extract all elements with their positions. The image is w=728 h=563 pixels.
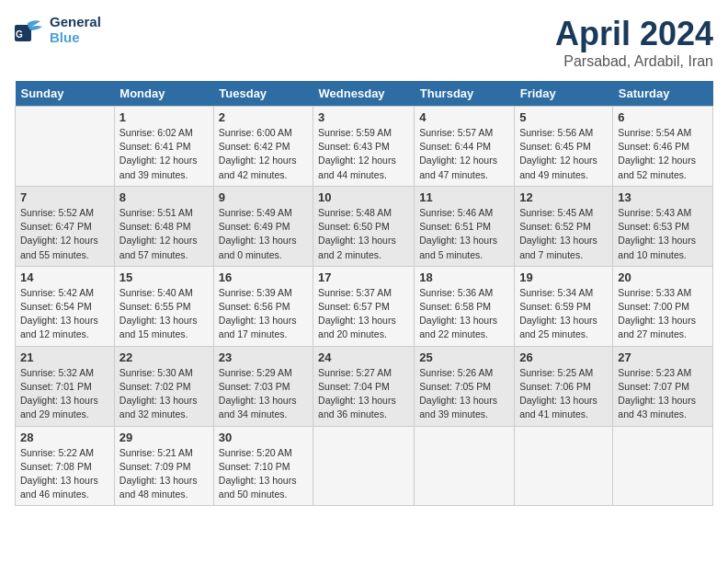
day-number: 7 xyxy=(20,190,109,204)
calendar-cell: 1Sunrise: 6:02 AM Sunset: 6:41 PM Daylig… xyxy=(114,107,213,187)
day-info: Sunrise: 5:36 AM Sunset: 6:58 PM Dayligh… xyxy=(419,286,509,342)
logo-text-top: General xyxy=(50,15,101,30)
weekday-header: Thursday xyxy=(415,81,515,107)
day-info: Sunrise: 5:32 AM Sunset: 7:01 PM Dayligh… xyxy=(20,366,109,422)
day-info: Sunrise: 5:33 AM Sunset: 7:00 PM Dayligh… xyxy=(618,286,708,342)
calendar-cell xyxy=(613,426,713,506)
day-number: 11 xyxy=(419,190,509,204)
day-info: Sunrise: 5:30 AM Sunset: 7:02 PM Dayligh… xyxy=(119,366,209,422)
logo: G General Blue xyxy=(15,15,101,45)
day-info: Sunrise: 5:57 AM Sunset: 6:44 PM Dayligh… xyxy=(419,126,509,182)
day-info: Sunrise: 5:22 AM Sunset: 7:08 PM Dayligh… xyxy=(20,446,109,502)
day-info: Sunrise: 5:21 AM Sunset: 7:09 PM Dayligh… xyxy=(119,446,209,502)
logo-icon: G xyxy=(15,17,46,43)
weekday-header: Monday xyxy=(114,81,213,107)
calendar-cell xyxy=(313,426,415,506)
day-info: Sunrise: 5:43 AM Sunset: 6:53 PM Dayligh… xyxy=(618,206,708,262)
calendar-cell: 19Sunrise: 5:34 AM Sunset: 6:59 PM Dayli… xyxy=(515,266,613,346)
calendar-cell: 4Sunrise: 5:57 AM Sunset: 6:44 PM Daylig… xyxy=(415,107,515,187)
day-number: 27 xyxy=(618,350,708,364)
day-number: 4 xyxy=(419,110,509,124)
calendar-cell: 15Sunrise: 5:40 AM Sunset: 6:55 PM Dayli… xyxy=(114,266,213,346)
calendar-cell: 18Sunrise: 5:36 AM Sunset: 6:58 PM Dayli… xyxy=(415,266,515,346)
calendar-cell: 2Sunrise: 6:00 AM Sunset: 6:42 PM Daylig… xyxy=(213,107,313,187)
day-number: 8 xyxy=(119,190,209,204)
calendar-week-row: 14Sunrise: 5:42 AM Sunset: 6:54 PM Dayli… xyxy=(16,266,713,346)
day-info: Sunrise: 5:27 AM Sunset: 7:04 PM Dayligh… xyxy=(318,366,409,422)
calendar-cell: 22Sunrise: 5:30 AM Sunset: 7:02 PM Dayli… xyxy=(114,346,213,426)
calendar-cell: 29Sunrise: 5:21 AM Sunset: 7:09 PM Dayli… xyxy=(114,426,213,506)
calendar-week-row: 28Sunrise: 5:22 AM Sunset: 7:08 PM Dayli… xyxy=(16,426,713,506)
day-info: Sunrise: 6:02 AM Sunset: 6:41 PM Dayligh… xyxy=(119,126,209,182)
svg-text:G: G xyxy=(16,29,23,40)
day-info: Sunrise: 5:54 AM Sunset: 6:46 PM Dayligh… xyxy=(618,126,708,182)
calendar-week-row: 21Sunrise: 5:32 AM Sunset: 7:01 PM Dayli… xyxy=(16,346,713,426)
day-number: 13 xyxy=(618,190,708,204)
day-number: 9 xyxy=(219,190,308,204)
day-info: Sunrise: 5:48 AM Sunset: 6:50 PM Dayligh… xyxy=(318,206,409,262)
day-number: 6 xyxy=(618,110,708,124)
day-number: 28 xyxy=(20,431,109,444)
day-info: Sunrise: 5:39 AM Sunset: 6:56 PM Dayligh… xyxy=(219,286,308,342)
day-info: Sunrise: 5:25 AM Sunset: 7:06 PM Dayligh… xyxy=(519,366,608,422)
day-info: Sunrise: 5:26 AM Sunset: 7:05 PM Dayligh… xyxy=(419,366,509,422)
calendar-cell: 20Sunrise: 5:33 AM Sunset: 7:00 PM Dayli… xyxy=(613,266,713,346)
calendar-cell: 23Sunrise: 5:29 AM Sunset: 7:03 PM Dayli… xyxy=(213,346,313,426)
day-number: 20 xyxy=(618,270,708,284)
day-info: Sunrise: 5:40 AM Sunset: 6:55 PM Dayligh… xyxy=(119,286,209,342)
day-number: 2 xyxy=(219,110,308,124)
calendar-cell: 24Sunrise: 5:27 AM Sunset: 7:04 PM Dayli… xyxy=(313,346,415,426)
day-number: 12 xyxy=(519,190,608,204)
calendar-cell: 8Sunrise: 5:51 AM Sunset: 6:48 PM Daylig… xyxy=(114,186,213,266)
calendar-cell: 28Sunrise: 5:22 AM Sunset: 7:08 PM Dayli… xyxy=(16,426,115,506)
title-block: April 2024 Parsabad, Ardabil, Iran xyxy=(555,15,713,70)
day-number: 18 xyxy=(419,270,509,284)
day-info: Sunrise: 5:37 AM Sunset: 6:57 PM Dayligh… xyxy=(318,286,409,342)
day-number: 30 xyxy=(219,431,308,444)
day-info: Sunrise: 5:45 AM Sunset: 6:52 PM Dayligh… xyxy=(519,206,608,262)
day-number: 17 xyxy=(318,270,409,284)
day-info: Sunrise: 5:59 AM Sunset: 6:43 PM Dayligh… xyxy=(318,126,409,182)
day-info: Sunrise: 5:23 AM Sunset: 7:07 PM Dayligh… xyxy=(618,366,708,422)
day-info: Sunrise: 5:46 AM Sunset: 6:51 PM Dayligh… xyxy=(419,206,509,262)
calendar-table: SundayMondayTuesdayWednesdayThursdayFrid… xyxy=(15,81,713,506)
calendar-cell: 16Sunrise: 5:39 AM Sunset: 6:56 PM Dayli… xyxy=(213,266,313,346)
calendar-week-row: 7Sunrise: 5:52 AM Sunset: 6:47 PM Daylig… xyxy=(16,186,713,266)
calendar-header-row: SundayMondayTuesdayWednesdayThursdayFrid… xyxy=(16,81,713,107)
weekday-header: Saturday xyxy=(613,81,713,107)
day-info: Sunrise: 6:00 AM Sunset: 6:42 PM Dayligh… xyxy=(219,126,308,182)
calendar-cell: 6Sunrise: 5:54 AM Sunset: 6:46 PM Daylig… xyxy=(613,107,713,187)
calendar-cell: 9Sunrise: 5:49 AM Sunset: 6:49 PM Daylig… xyxy=(213,186,313,266)
day-info: Sunrise: 5:51 AM Sunset: 6:48 PM Dayligh… xyxy=(119,206,209,262)
calendar-cell xyxy=(415,426,515,506)
day-info: Sunrise: 5:20 AM Sunset: 7:10 PM Dayligh… xyxy=(219,446,308,502)
calendar-cell: 11Sunrise: 5:46 AM Sunset: 6:51 PM Dayli… xyxy=(415,186,515,266)
day-number: 1 xyxy=(119,110,209,124)
calendar-cell: 26Sunrise: 5:25 AM Sunset: 7:06 PM Dayli… xyxy=(515,346,613,426)
weekday-header: Tuesday xyxy=(213,81,313,107)
calendar-cell: 14Sunrise: 5:42 AM Sunset: 6:54 PM Dayli… xyxy=(16,266,115,346)
location-title: Parsabad, Ardabil, Iran xyxy=(555,53,713,70)
calendar-cell: 10Sunrise: 5:48 AM Sunset: 6:50 PM Dayli… xyxy=(313,186,415,266)
calendar-cell: 13Sunrise: 5:43 AM Sunset: 6:53 PM Dayli… xyxy=(613,186,713,266)
calendar-cell: 7Sunrise: 5:52 AM Sunset: 6:47 PM Daylig… xyxy=(16,186,115,266)
day-number: 14 xyxy=(20,270,109,284)
calendar-cell: 12Sunrise: 5:45 AM Sunset: 6:52 PM Dayli… xyxy=(515,186,613,266)
day-info: Sunrise: 5:56 AM Sunset: 6:45 PM Dayligh… xyxy=(519,126,608,182)
day-info: Sunrise: 5:29 AM Sunset: 7:03 PM Dayligh… xyxy=(219,366,308,422)
day-info: Sunrise: 5:49 AM Sunset: 6:49 PM Dayligh… xyxy=(219,206,308,262)
calendar-week-row: 1Sunrise: 6:02 AM Sunset: 6:41 PM Daylig… xyxy=(16,107,713,187)
month-title: April 2024 xyxy=(555,15,713,53)
weekday-header: Friday xyxy=(515,81,613,107)
day-number: 5 xyxy=(519,110,608,124)
calendar-cell: 27Sunrise: 5:23 AM Sunset: 7:07 PM Dayli… xyxy=(613,346,713,426)
day-number: 22 xyxy=(119,350,209,364)
logo-text-bottom: Blue xyxy=(50,30,101,46)
day-number: 23 xyxy=(219,350,308,364)
weekday-header: Wednesday xyxy=(313,81,415,107)
weekday-header: Sunday xyxy=(16,81,115,107)
calendar-cell xyxy=(515,426,613,506)
calendar-cell: 3Sunrise: 5:59 AM Sunset: 6:43 PM Daylig… xyxy=(313,107,415,187)
calendar-cell: 25Sunrise: 5:26 AM Sunset: 7:05 PM Dayli… xyxy=(415,346,515,426)
day-number: 15 xyxy=(119,270,209,284)
